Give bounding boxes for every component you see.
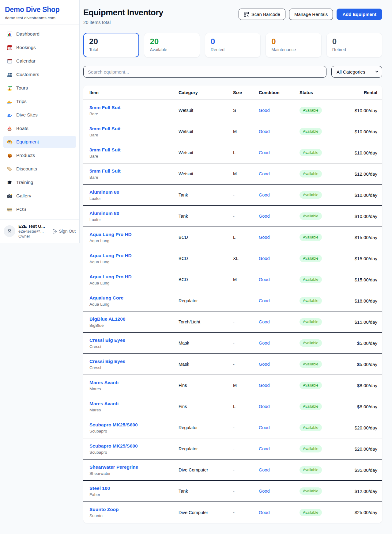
item-link[interactable]: 3mm Full Suit [89, 147, 121, 153]
stat-card-maintenance[interactable]: 0 Maintenance [266, 33, 321, 57]
category-cell: Wetsuit [179, 171, 233, 176]
table-row: Aluminum 80 Luxfer Tank - Good Available… [83, 185, 382, 206]
item-link[interactable]: Steel 100 [89, 486, 110, 491]
condition-link[interactable]: Good [259, 277, 270, 282]
item-brand: Mares [89, 387, 179, 391]
bookings-calendar-icon: 17 [7, 45, 13, 51]
item-link[interactable]: 3mm Full Suit [89, 126, 121, 132]
stat-card-retired[interactable]: 0 Retired [326, 33, 382, 57]
condition-link[interactable]: Good [259, 341, 270, 345]
item-link[interactable]: 5mm Full Suit [89, 168, 121, 174]
sidebar-item-calendar[interactable]: Calendar [3, 55, 76, 67]
item-link[interactable]: Aluminum 80 [89, 211, 119, 216]
stat-card-available[interactable]: 20 Available [144, 33, 200, 57]
graduation-cap-icon [7, 180, 13, 185]
sidebar-item-boats[interactable]: Boats [3, 122, 76, 135]
condition-link[interactable]: Good [259, 362, 270, 367]
sidebar-item-equipment[interactable]: Equipment [3, 136, 76, 148]
sidebar-item-label: Customers [16, 72, 39, 77]
add-equipment-button[interactable]: Add Equipment [337, 9, 382, 20]
sidebar-item-gallery[interactable]: Gallery [3, 190, 76, 202]
stat-card-rented[interactable]: 0 Rented [205, 33, 261, 57]
item-link[interactable]: Scubapro MK25/S600 [89, 422, 138, 428]
item-brand: Mares [89, 408, 179, 412]
avatar [4, 225, 15, 237]
category-select-wrap: All Categories [331, 66, 382, 78]
condition-link[interactable]: Good [259, 193, 270, 197]
category-cell: Regulator [179, 425, 233, 430]
sidebar-item-dashboard[interactable]: Dashboard [3, 28, 76, 40]
item-cell: Aqua Lung Pro HD Aqua Lung [89, 232, 179, 243]
shop-name: Demo Dive Shop [5, 6, 74, 14]
item-link[interactable]: Suunto Zoop [89, 507, 119, 512]
item-link[interactable]: Aqua Lung Pro HD [89, 274, 132, 280]
condition-link[interactable]: Good [259, 383, 270, 388]
condition-link[interactable]: Good [259, 298, 270, 303]
manage-rentals-button[interactable]: Manage Rentals [289, 9, 333, 20]
sidebar-item-products[interactable]: Products [3, 149, 76, 162]
sidebar-item-tours[interactable]: Tours [3, 82, 76, 94]
sidebar-item-trips[interactable]: Trips [3, 95, 76, 108]
sidebar-item-bookings[interactable]: 17 Bookings [3, 41, 76, 54]
condition-link[interactable]: Good [259, 214, 270, 219]
stat-label-available: Available [150, 47, 194, 52]
sign-out-label: Sign Out [59, 229, 76, 234]
status-badge: Available [300, 318, 322, 326]
condition-link[interactable]: Good [259, 319, 270, 324]
category-select[interactable]: All Categories [331, 66, 382, 78]
table-row: Cressi Big Eyes Cressi Mask - Good Avail… [83, 354, 382, 375]
sign-out-button[interactable]: Sign Out [52, 229, 76, 234]
condition-link[interactable]: Good [259, 129, 270, 134]
sailboat-icon [7, 126, 13, 132]
item-cell: Scubapro MK25/S600 Scubapro [89, 443, 179, 455]
item-link[interactable]: Aqua Lung Pro HD [89, 253, 132, 258]
item-link[interactable]: Cressi Big Eyes [89, 338, 125, 343]
search-input[interactable] [83, 66, 326, 78]
sidebar-item-training[interactable]: Training [3, 176, 76, 189]
sidebar-item-customers[interactable]: Customers [3, 68, 76, 81]
sidebar-item-label: Discounts [16, 166, 37, 172]
size-cell: M [233, 171, 259, 176]
item-link[interactable]: 3mm Full Suit [89, 105, 121, 110]
condition-link[interactable]: Good [259, 446, 270, 451]
condition-link[interactable]: Good [259, 489, 270, 494]
sidebar-item-dive-sites[interactable]: Dive Sites [3, 109, 76, 121]
item-link[interactable]: Aluminum 80 [89, 189, 119, 195]
stat-card-total[interactable]: 20 Total [83, 33, 139, 57]
table-row: Aluminum 80 Luxfer Tank - Good Available… [83, 206, 382, 227]
palm-island-icon [7, 85, 13, 91]
item-cell: BigBlue AL1200 BigBlue [89, 316, 179, 328]
table-row: 3mm Full Suit Bare Wetsuit S Good Availa… [83, 100, 382, 121]
condition-link[interactable]: Good [259, 425, 270, 430]
item-link[interactable]: Aqualung Core [89, 295, 123, 301]
item-link[interactable]: Shearwater Peregrine [89, 464, 138, 470]
table-row: Mares Avanti Mares Fins L Good Available… [83, 396, 382, 417]
condition-link[interactable]: Good [259, 108, 270, 113]
item-link[interactable]: Mares Avanti [89, 401, 119, 406]
size-cell: - [233, 341, 259, 345]
item-link[interactable]: Aqua Lung Pro HD [89, 232, 132, 237]
condition-link[interactable]: Good [259, 467, 270, 472]
size-cell: - [233, 319, 259, 324]
table-row: Shearwater Peregrine Shearwater Dive Com… [83, 460, 382, 481]
condition-link[interactable]: Good [259, 235, 270, 240]
item-link[interactable]: Scubapro MK25/S600 [89, 443, 138, 449]
tag-icon [7, 166, 13, 172]
svg-text:17: 17 [8, 47, 11, 50]
sidebar-item-discounts[interactable]: Discounts [3, 163, 76, 175]
condition-link[interactable]: Good [259, 171, 270, 176]
category-cell: Fins [179, 404, 233, 409]
category-cell: Fins [179, 383, 233, 388]
item-link[interactable]: BigBlue AL1200 [89, 316, 125, 322]
condition-link[interactable]: Good [259, 404, 270, 409]
stat-value-available: 20 [150, 37, 194, 46]
condition-link[interactable]: Good [259, 256, 270, 261]
sidebar-item-pos[interactable]: POS [3, 203, 76, 216]
scan-barcode-button[interactable]: Scan Barcode [239, 9, 285, 20]
condition-link[interactable]: Good [259, 150, 270, 155]
table-row: Steel 100 Faber Tank - Good Available $1… [83, 481, 382, 502]
condition-link[interactable]: Good [259, 510, 270, 515]
item-link[interactable]: Mares Avanti [89, 380, 119, 385]
item-link[interactable]: Cressi Big Eyes [89, 359, 125, 364]
size-cell: - [233, 446, 259, 451]
